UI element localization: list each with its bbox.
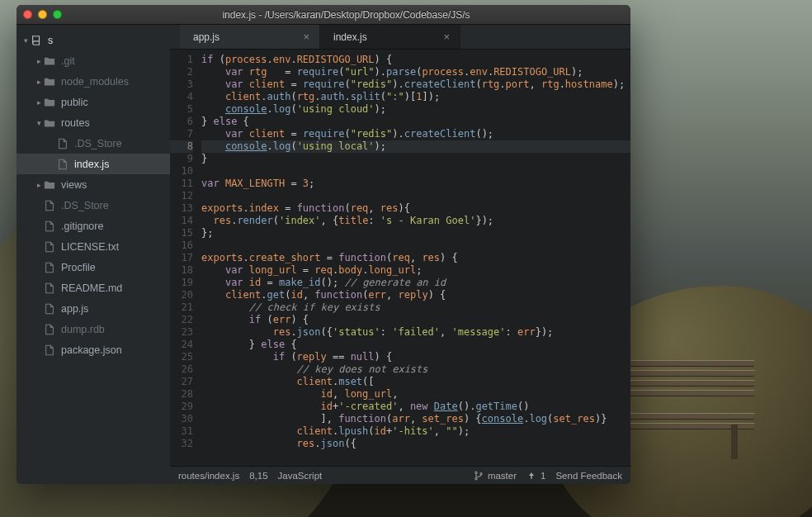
code-line[interactable]: var id = make_id(); // generate an id bbox=[201, 277, 630, 289]
svg-point-0 bbox=[475, 472, 477, 473]
tree-root-label: s bbox=[48, 35, 53, 46]
tree-file[interactable]: .DS_Store bbox=[17, 133, 170, 154]
tree-folder[interactable]: ▸ views bbox=[17, 174, 170, 195]
tree-folder[interactable]: ▸ .git bbox=[17, 50, 170, 71]
code-line[interactable]: } else { bbox=[201, 116, 630, 128]
git-branch-icon bbox=[474, 471, 484, 481]
tree-file[interactable]: app.js bbox=[17, 298, 170, 319]
file-tree-sidebar[interactable]: ▾ s▸ .git▸ node_modules▸ public▾ routes … bbox=[17, 25, 170, 484]
arrow-up-icon bbox=[526, 471, 536, 481]
code-line[interactable]: } else { bbox=[201, 339, 630, 351]
status-cursor-position[interactable]: 8,15 bbox=[249, 471, 267, 481]
tree-item-label: README.md bbox=[61, 282, 122, 294]
code-line[interactable]: var rtg = require("url").parse(process.e… bbox=[201, 66, 630, 78]
code-line[interactable]: var MAX_LENGTH = 3; bbox=[201, 178, 630, 190]
tree-file[interactable]: Procfile bbox=[17, 257, 170, 277]
tab-bar[interactable]: app.js ×index.js × bbox=[170, 25, 630, 50]
tree-folder[interactable]: ▸ node_modules bbox=[17, 71, 170, 92]
code-line[interactable]: client.mset([ bbox=[201, 376, 630, 388]
editor-window: index.js - /Users/karan/Desktop/Dropbox/… bbox=[17, 5, 630, 484]
file-icon bbox=[56, 158, 69, 171]
code-editor[interactable]: 1234567891011121314151617181920212223242… bbox=[170, 50, 630, 466]
tree-file[interactable]: .gitignore bbox=[17, 216, 170, 236]
code-area[interactable]: if (process.env.REDISTOGO_URL) { var rtg… bbox=[198, 50, 630, 466]
code-line[interactable]: id+'-created', new Date().getTime() bbox=[201, 401, 630, 413]
code-line[interactable]: var long_url = req.body.long_url; bbox=[201, 264, 630, 277]
tree-item-label: .git bbox=[61, 55, 75, 67]
code-line[interactable]: ], function(arr, set_res) {console.log(s… bbox=[201, 413, 630, 425]
window-title: index.js - /Users/karan/Desktop/Dropbox/… bbox=[68, 9, 624, 21]
code-line[interactable]: console.log('using local'); bbox=[201, 140, 630, 153]
close-icon[interactable]: × bbox=[443, 31, 450, 43]
tree-file[interactable]: index.js bbox=[17, 154, 170, 174]
tree-item-label: .DS_Store bbox=[74, 138, 122, 149]
status-file-path[interactable]: routes/index.js bbox=[178, 471, 239, 481]
file-icon bbox=[43, 199, 56, 212]
zoom-window-button[interactable] bbox=[53, 10, 62, 19]
svg-point-2 bbox=[480, 472, 482, 474]
chevron-right-icon: ▸ bbox=[35, 98, 43, 107]
file-icon bbox=[56, 137, 69, 150]
code-line[interactable]: } bbox=[201, 153, 630, 165]
line-number-gutter[interactable]: 1234567891011121314151617181920212223242… bbox=[170, 50, 198, 466]
folder-icon bbox=[43, 178, 56, 192]
status-bar[interactable]: routes/index.js 8,15 JavaScript master 1… bbox=[170, 466, 630, 484]
status-language[interactable]: JavaScript bbox=[278, 471, 323, 481]
close-icon[interactable]: × bbox=[303, 31, 309, 43]
code-line[interactable]: // check if key exists bbox=[201, 301, 630, 314]
folder-icon bbox=[43, 55, 56, 68]
file-icon bbox=[43, 261, 56, 274]
code-line[interactable]: res.json({'status': 'failed', 'message':… bbox=[201, 326, 630, 339]
tree-file[interactable]: .DS_Store bbox=[17, 195, 170, 216]
code-line[interactable] bbox=[201, 190, 630, 202]
code-line[interactable]: res.render('index', {title: 's - Karan G… bbox=[201, 215, 630, 227]
status-git-ahead[interactable]: 1 bbox=[526, 471, 545, 481]
minimize-window-button[interactable] bbox=[38, 10, 47, 19]
code-line[interactable] bbox=[201, 240, 630, 252]
code-line[interactable]: exports.index = function(req, res){ bbox=[201, 202, 630, 215]
code-line[interactable]: res.json({ bbox=[201, 438, 630, 450]
chevron-down-icon: ▾ bbox=[21, 36, 30, 45]
code-line[interactable]: }; bbox=[201, 227, 630, 240]
tree-root[interactable]: ▾ s bbox=[17, 30, 170, 50]
code-line[interactable]: client.auth(rtg.auth.split(":")[1]); bbox=[201, 91, 630, 103]
tree-file[interactable]: README.md bbox=[17, 277, 170, 298]
tree-file[interactable]: LICENSE.txt bbox=[17, 236, 170, 257]
tree-item-label: dump.rdb bbox=[61, 324, 105, 335]
titlebar[interactable]: index.js - /Users/karan/Desktop/Dropbox/… bbox=[17, 5, 630, 25]
tree-item-label: .DS_Store bbox=[61, 200, 109, 211]
close-window-button[interactable] bbox=[23, 10, 32, 19]
code-line[interactable]: id, long_url, bbox=[201, 388, 630, 401]
tree-file[interactable]: dump.rdb bbox=[17, 319, 170, 339]
editor-tab[interactable]: index.js × bbox=[320, 25, 460, 49]
svg-point-1 bbox=[475, 477, 477, 479]
editor-tab[interactable]: app.js × bbox=[180, 25, 320, 49]
file-icon bbox=[43, 282, 56, 295]
code-line[interactable]: var client = require("redis").createClie… bbox=[201, 78, 630, 91]
tree-folder[interactable]: ▸ public bbox=[17, 92, 170, 112]
code-line[interactable]: if (reply == null) { bbox=[201, 351, 630, 363]
code-line[interactable]: // key does not exists bbox=[201, 363, 630, 376]
tree-item-label: node_modules bbox=[61, 76, 129, 88]
tree-item-label: views bbox=[61, 179, 87, 191]
status-git-branch[interactable]: master bbox=[474, 471, 517, 481]
folder-icon bbox=[43, 116, 56, 130]
tree-item-label: .gitignore bbox=[61, 221, 103, 232]
tree-file[interactable]: package.json bbox=[17, 339, 170, 360]
code-line[interactable] bbox=[201, 165, 630, 178]
code-line[interactable]: var client = require("redis").createClie… bbox=[201, 128, 630, 140]
code-line[interactable]: client.get(id, function(err, reply) { bbox=[201, 289, 630, 301]
code-line[interactable]: client.lpush(id+'-hits', ""); bbox=[201, 425, 630, 438]
tab-label: app.js bbox=[193, 31, 220, 43]
tree-folder[interactable]: ▾ routes bbox=[17, 112, 170, 133]
code-line[interactable]: console.log('using cloud'); bbox=[201, 103, 630, 116]
folder-icon bbox=[43, 96, 56, 109]
code-line[interactable]: exports.create_short = function(req, res… bbox=[201, 252, 630, 264]
tree-item-label: LICENSE.txt bbox=[61, 241, 119, 253]
status-send-feedback[interactable]: Send Feedback bbox=[555, 471, 622, 481]
chevron-right-icon: ▸ bbox=[35, 181, 43, 189]
tree-item-label: Procfile bbox=[61, 262, 96, 273]
code-line[interactable]: if (err) { bbox=[201, 314, 630, 326]
code-line[interactable]: if (process.env.REDISTOGO_URL) { bbox=[201, 54, 630, 66]
tree-item-label: public bbox=[61, 97, 88, 108]
